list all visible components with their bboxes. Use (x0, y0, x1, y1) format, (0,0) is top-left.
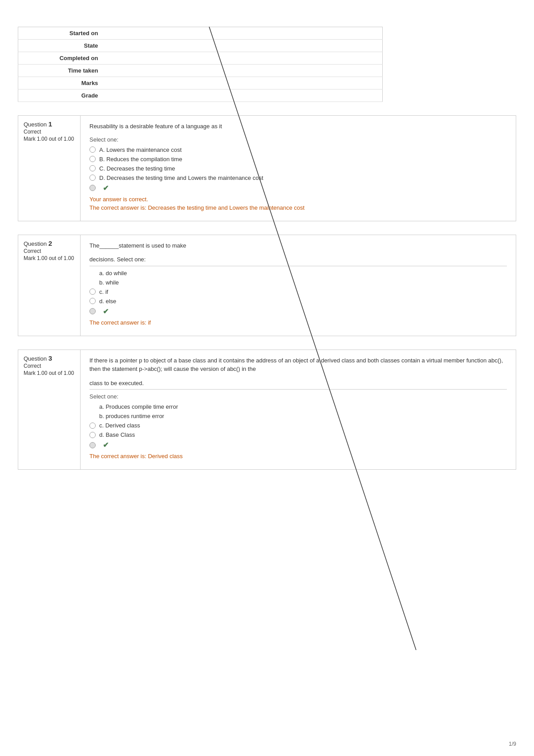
option-3-d: d. Base Class (89, 431, 507, 438)
radio-1-A[interactable] (89, 146, 96, 153)
summary-value (107, 89, 382, 102)
select-label-3: Select one: (89, 393, 507, 400)
checkmark-1: ✔ (103, 184, 109, 192)
option-2-b: b. while (99, 279, 507, 286)
question-status-1: Correct (24, 129, 75, 135)
question-sidebar-3: Question 3 Correct Mark 1.00 out of 1.00 (18, 350, 81, 470)
summary-row: Time taken (18, 65, 383, 77)
question-block-3: Question 3 Correct Mark 1.00 out of 1.00… (18, 350, 516, 470)
option-2-d: d. else (89, 298, 507, 305)
page-number: 1/9 (509, 741, 516, 747)
option-3-b: b. produces runtime error (99, 413, 507, 419)
question-content-1: Reusability is a desirable feature of a … (81, 116, 516, 221)
summary-label: Time taken (18, 65, 107, 77)
option-text-1-D: D. Decreases the testing time and Lowers… (99, 175, 263, 181)
question-text-3: If there is a pointer p to object of a b… (89, 356, 507, 374)
radio-2-d[interactable] (89, 298, 96, 304)
selected-answer-row-1: ✔ (89, 184, 507, 192)
summary-row: Marks (18, 77, 383, 89)
summary-value (107, 40, 382, 52)
option-text-3-a: a. Produces compile time error (99, 403, 178, 410)
option-1-C: C. Decreases the testing time (89, 165, 507, 172)
selected-radio-3 (89, 442, 96, 448)
summary-value (107, 77, 382, 89)
page-container: Started on State Completed on Time taken… (0, 0, 534, 756)
question-text-cont-3: class to be executed. (89, 379, 507, 390)
question-title-3: Question 3 (24, 354, 75, 362)
question-title-1: Question 1 (24, 120, 75, 128)
option-3-c: c. Derived class (89, 422, 507, 429)
select-label-1: Select one: (89, 136, 507, 143)
question-status-2: Correct (24, 248, 75, 254)
option-2-a: a. do while (99, 270, 507, 276)
summary-row: Grade (18, 89, 383, 102)
radio-3-d[interactable] (89, 432, 96, 438)
option-text-1-A: A. Lowers the maintenance cost (99, 146, 182, 153)
option-2-c: c. if (89, 289, 507, 295)
summary-row: Started on (18, 27, 383, 40)
option-text-1-B: B. Reduces the compilation time (99, 156, 182, 163)
summary-label: Marks (18, 77, 107, 89)
question-content-3: If there is a pointer p to object of a b… (81, 350, 516, 470)
checkmark-3: ✔ (103, 441, 109, 449)
summary-value (107, 52, 382, 65)
summary-label: Completed on (18, 52, 107, 65)
option-1-A: A. Lowers the maintenance cost (89, 146, 507, 153)
selected-radio-1 (89, 185, 96, 191)
summary-row: Completed on (18, 52, 383, 65)
option-text-1-C: C. Decreases the testing time (99, 165, 175, 172)
option-text-2-a: a. do while (99, 270, 127, 276)
summary-label: Started on (18, 27, 107, 40)
option-1-D: D. Decreases the testing time and Lowers… (89, 175, 507, 181)
feedback-answer-2: The correct answer is: if (89, 319, 507, 326)
feedback-answer-1: The correct answer is: Decreases the tes… (89, 204, 507, 211)
summary-label: State (18, 40, 107, 52)
radio-3-c[interactable] (89, 423, 96, 429)
question-sidebar-1: Question 1 Correct Mark 1.00 out of 1.00 (18, 116, 81, 221)
summary-value (107, 27, 382, 40)
questions-container: Question 1 Correct Mark 1.00 out of 1.00… (18, 115, 516, 470)
radio-2-c[interactable] (89, 289, 96, 295)
option-text-3-c: c. Derived class (99, 422, 140, 429)
option-text-2-c: c. if (99, 289, 108, 295)
option-text-2-d: d. else (99, 298, 116, 305)
option-1-B: B. Reduces the compilation time (89, 156, 507, 163)
question-text-cont-2: decisions. Select one: (89, 255, 507, 266)
summary-table: Started on State Completed on Time taken… (18, 27, 383, 102)
feedback-correct-1: Your answer is correct. (89, 196, 507, 203)
question-text-2: The______statement is used to make (89, 241, 507, 250)
selected-radio-2 (89, 308, 96, 314)
question-text-1: Reusability is a desirable feature of a … (89, 122, 507, 131)
question-block-2: Question 2 Correct Mark 1.00 out of 1.00… (18, 235, 516, 336)
summary-label: Grade (18, 89, 107, 102)
option-text-2-b: b. while (99, 279, 119, 286)
feedback-answer-3: The correct answer is: Derived class (89, 453, 507, 459)
radio-1-C[interactable] (89, 165, 96, 171)
question-title-2: Question 2 (24, 240, 75, 247)
selected-answer-row-2: ✔ (89, 307, 507, 316)
question-mark-1: Mark 1.00 out of 1.00 (24, 136, 75, 142)
question-block-1: Question 1 Correct Mark 1.00 out of 1.00… (18, 115, 516, 221)
question-content-2: The______statement is used to makedecisi… (81, 235, 516, 336)
option-text-3-d: d. Base Class (99, 431, 135, 438)
checkmark-2: ✔ (103, 307, 109, 316)
question-sidebar-2: Question 2 Correct Mark 1.00 out of 1.00 (18, 235, 81, 336)
selected-answer-row-3: ✔ (89, 441, 507, 449)
question-mark-3: Mark 1.00 out of 1.00 (24, 370, 75, 376)
option-text-3-b: b. produces runtime error (99, 413, 164, 419)
summary-value (107, 65, 382, 77)
radio-1-B[interactable] (89, 156, 96, 162)
option-3-a: a. Produces compile time error (99, 403, 507, 410)
question-mark-2: Mark 1.00 out of 1.00 (24, 255, 75, 261)
radio-1-D[interactable] (89, 175, 96, 181)
question-status-3: Correct (24, 363, 75, 369)
summary-row: State (18, 40, 383, 52)
